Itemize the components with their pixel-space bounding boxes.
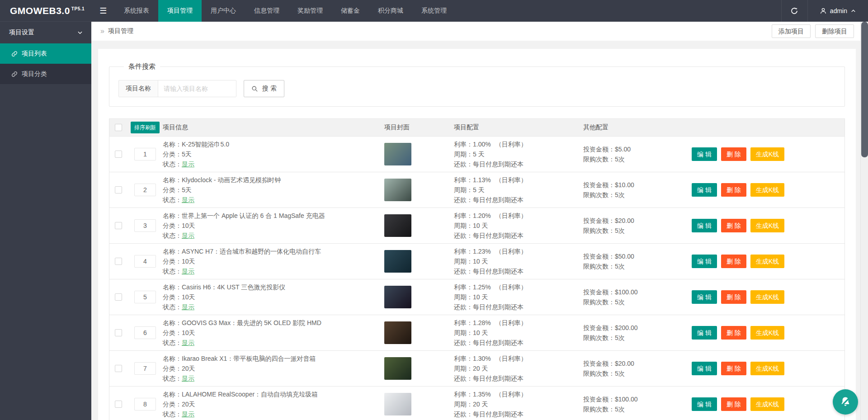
page-scrollbar[interactable] — [860, 22, 868, 420]
purchase-limit: 5次 — [615, 227, 625, 234]
sidebar-toggle-button[interactable]: ☰ — [91, 0, 115, 22]
project-name-group: 项目名称 — [118, 80, 236, 97]
generate-kline-button[interactable]: 生成K线 — [750, 397, 784, 411]
main-menu: 系统报表项目管理用户中心信息管理奖励管理储蓄金积分商城系统管理 — [115, 0, 456, 22]
status-toggle-link[interactable]: 显示 — [182, 339, 194, 346]
delete-button[interactable]: 删 除 — [721, 397, 746, 411]
category-label: 分类： — [163, 365, 182, 372]
generate-kline-button[interactable]: 生成K线 — [750, 326, 784, 340]
limit-label: 限购次数： — [583, 298, 615, 306]
project-name-input[interactable] — [158, 80, 236, 97]
edit-button[interactable]: 编 辑 — [692, 219, 717, 232]
edit-button[interactable]: 编 辑 — [692, 362, 717, 375]
sidebar-item-project-category[interactable]: 项目分类 — [0, 64, 91, 84]
edit-button[interactable]: 编 辑 — [692, 290, 717, 304]
edit-button[interactable]: 编 辑 — [692, 183, 717, 197]
status-toggle-link[interactable]: 显示 — [182, 411, 194, 418]
status-toggle-link[interactable]: 显示 — [182, 268, 194, 275]
refresh-button[interactable] — [781, 0, 807, 22]
status-label: 状态： — [163, 411, 182, 418]
delete-project-button[interactable]: 删除项目 — [815, 24, 854, 38]
delete-button[interactable]: 删 除 — [721, 183, 746, 197]
sort-order-input[interactable] — [134, 398, 156, 411]
edit-button[interactable]: 编 辑 — [692, 147, 717, 161]
purchase-limit: 5次 — [615, 263, 625, 270]
sort-order-input[interactable] — [134, 255, 156, 268]
row-checkbox[interactable] — [115, 151, 122, 158]
nav-item-users[interactable]: 用户中心 — [202, 0, 245, 22]
status-toggle-link[interactable]: 显示 — [182, 375, 194, 382]
row-checkbox[interactable] — [115, 222, 122, 229]
project-category: 5天 — [182, 186, 192, 193]
sort-order-input[interactable] — [134, 362, 156, 375]
sidebar-group-project-settings[interactable]: 项目设置 — [0, 22, 91, 43]
project-period: 5 天 — [473, 186, 485, 193]
nav-item-rewards[interactable]: 奖励管理 — [288, 0, 332, 22]
project-info-cell: 名称：Klydoclock - 动画艺术遇见模拟时钟 分类：5天 状态：显示 — [163, 175, 384, 205]
period-label: 周期： — [454, 293, 473, 301]
table-row: 名称：世界上第一个 Apple 认证的 6 合 1 MagSafe 充电器 分类… — [109, 208, 844, 243]
purchase-limit: 5次 — [615, 370, 625, 377]
breadcrumb-mark: » — [100, 27, 104, 35]
nav-item-reports[interactable]: 系统报表 — [115, 0, 158, 22]
row-actions: 编 辑 删 除 生成K线 — [692, 219, 844, 232]
edit-button[interactable]: 编 辑 — [692, 326, 717, 340]
search-button[interactable]: 搜 索 — [244, 80, 284, 97]
edit-button[interactable]: 编 辑 — [692, 255, 717, 268]
status-toggle-link[interactable]: 显示 — [182, 232, 194, 239]
generate-kline-button[interactable]: 生成K线 — [750, 147, 784, 161]
generate-kline-button[interactable]: 生成K线 — [750, 362, 784, 375]
sort-order-input[interactable] — [134, 326, 156, 339]
delete-button[interactable]: 删 除 — [721, 326, 746, 340]
sort-order-input[interactable] — [134, 291, 156, 303]
rate-note: （日利率） — [495, 283, 527, 291]
row-checkbox[interactable] — [115, 401, 122, 408]
project-info-cell: 名称：世界上第一个 Apple 认证的 6 合 1 MagSafe 充电器 分类… — [163, 211, 384, 241]
delete-button[interactable]: 删 除 — [721, 219, 746, 232]
sidebar-item-project-list[interactable]: 项目列表 — [0, 43, 91, 64]
sidebar-item-label: 项目列表 — [22, 50, 47, 58]
sort-refresh-button[interactable]: 排序刷新 — [131, 122, 160, 133]
app-logo: GMOWEB3.0TP5.1 — [0, 0, 91, 22]
project-cover-image — [384, 179, 411, 201]
column-header-config: 项目配置 — [454, 123, 583, 132]
nav-item-points[interactable]: 积分商城 — [369, 0, 412, 22]
project-name: LALAHOME RealScooper：自动自动填充垃圾箱 — [182, 391, 318, 398]
status-label: 状态： — [163, 268, 182, 275]
app-logo-version: TP5.1 — [71, 6, 85, 11]
add-project-button[interactable]: 添加项目 — [772, 24, 811, 38]
sort-order-input[interactable] — [134, 184, 156, 196]
row-actions: 编 辑 删 除 生成K线 — [692, 255, 844, 268]
nav-item-savings[interactable]: 储蓄金 — [332, 0, 369, 22]
customer-service-button[interactable] — [833, 389, 858, 415]
generate-kline-button[interactable]: 生成K线 — [750, 255, 784, 268]
delete-button[interactable]: 删 除 — [721, 290, 746, 304]
generate-kline-button[interactable]: 生成K线 — [750, 183, 784, 197]
admin-menu[interactable]: admin — [807, 0, 868, 22]
cover-cell — [384, 214, 454, 237]
nav-item-system[interactable]: 系统管理 — [412, 0, 456, 22]
status-toggle-link[interactable]: 显示 — [182, 196, 194, 203]
edit-button[interactable]: 编 辑 — [692, 397, 717, 411]
row-checkbox[interactable] — [115, 186, 122, 193]
nav-item-projects[interactable]: 项目管理 — [158, 0, 202, 22]
generate-kline-button[interactable]: 生成K线 — [750, 219, 784, 232]
delete-button[interactable]: 删 除 — [721, 255, 746, 268]
search-fieldset: 条件搜索 项目名称 搜 索 — [109, 62, 845, 107]
delete-button[interactable]: 删 除 — [721, 147, 746, 161]
row-checkbox[interactable] — [115, 329, 122, 336]
nav-item-info[interactable]: 信息管理 — [245, 0, 288, 22]
project-repay: 每日付息到期还本 — [473, 160, 524, 168]
status-toggle-link[interactable]: 显示 — [182, 160, 194, 168]
project-info-cell: 名称：ASYNC H7：适合城市和越野的一体化电动自行车 分类：10天 状态：显… — [163, 246, 384, 276]
row-checkbox[interactable] — [115, 293, 122, 301]
delete-button[interactable]: 删 除 — [721, 362, 746, 375]
sort-order-input[interactable] — [134, 148, 156, 160]
row-checkbox[interactable] — [115, 258, 122, 265]
sort-order-input[interactable] — [134, 219, 156, 232]
status-toggle-link[interactable]: 显示 — [182, 303, 194, 311]
generate-kline-button[interactable]: 生成K线 — [750, 290, 784, 304]
scrollbar-thumb[interactable] — [861, 22, 868, 157]
select-all-checkbox[interactable] — [115, 124, 122, 131]
row-checkbox[interactable] — [115, 365, 122, 372]
